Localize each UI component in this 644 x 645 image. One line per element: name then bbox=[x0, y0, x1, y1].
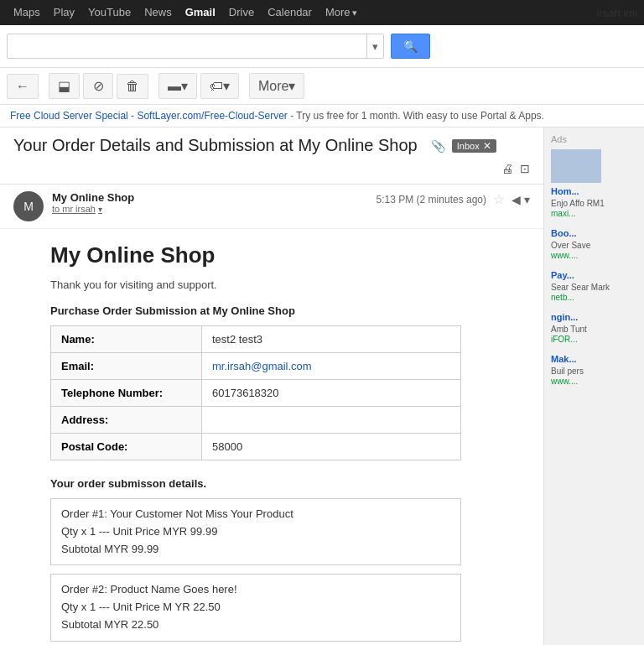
delete-button[interactable]: 🗑 bbox=[117, 74, 148, 99]
ad-image-1 bbox=[551, 149, 601, 183]
sender-row: M My Online Shop to mr irsah ▾ 5:13 PM (… bbox=[0, 185, 543, 229]
ad-desc-2: Over Save bbox=[551, 240, 637, 251]
table-label-postal: Postal Code: bbox=[51, 434, 202, 460]
search-dropdown[interactable]: ▾ bbox=[366, 34, 383, 58]
sender-to[interactable]: to mr irsah ▾ bbox=[52, 204, 377, 214]
ad-item-3: Pay... Sear Sear Mark netb... bbox=[551, 270, 637, 302]
close-inbox-badge[interactable]: ✕ bbox=[483, 140, 491, 152]
label-icon: 🏷 bbox=[210, 79, 223, 94]
table-value-postal: 58000 bbox=[202, 434, 461, 460]
ad-banner-text: - Try us free for 1 month. With easy to … bbox=[288, 110, 544, 122]
sender-name: My Online Shop bbox=[52, 191, 377, 204]
email-time: 5:13 PM (2 minutes ago) bbox=[377, 194, 486, 205]
table-row: Email: mr.irsah@gmail.com bbox=[51, 353, 461, 380]
order-1-line1: Order #1: Your Customer Not Miss Your Pr… bbox=[61, 506, 450, 523]
chevron-down-icon[interactable]: ▾ bbox=[98, 205, 102, 214]
ad-title-5[interactable]: Mak... bbox=[551, 354, 637, 364]
ad-item-5: Mak... Buil pers www.... bbox=[551, 354, 637, 386]
table-value-address bbox=[202, 407, 461, 434]
order-table: Name: test2 test3 Email: mr.irsah@gmail.… bbox=[50, 325, 461, 460]
report-spam-button[interactable]: ⊘ bbox=[83, 73, 113, 99]
ad-title-1[interactable]: Hom... bbox=[551, 186, 637, 196]
inbox-badge-label: Inbox bbox=[457, 141, 480, 151]
sender-to-text: to mr irsah bbox=[52, 204, 96, 214]
back-icon: ← bbox=[16, 79, 29, 94]
ad-url-4: iFOR... bbox=[551, 335, 637, 344]
ad-title-3[interactable]: Pay... bbox=[551, 270, 637, 280]
attachment-icon: 📎 bbox=[431, 139, 445, 153]
more-actions-icon[interactable]: ▾ bbox=[524, 193, 530, 206]
nav-drive[interactable]: Drive bbox=[222, 0, 261, 25]
user-info: irsah imi bbox=[597, 7, 637, 19]
nav-play[interactable]: Play bbox=[47, 0, 81, 25]
sender-avatar: M bbox=[13, 191, 44, 221]
folder-icon: ▬ bbox=[168, 79, 181, 94]
ad-desc-1: Enjo Affo RM1 bbox=[551, 198, 637, 209]
ad-desc-4: Amb Tunt bbox=[551, 324, 637, 335]
nav-youtube[interactable]: YouTube bbox=[81, 0, 138, 25]
order-section-title: Purchase Order Submission at My Online S… bbox=[50, 304, 530, 317]
avatar-letter: M bbox=[23, 200, 34, 213]
order-1-line3: Subtotal MYR 99.99 bbox=[61, 541, 450, 559]
chevron-down-icon: ▾ bbox=[352, 0, 357, 25]
search-button[interactable]: 🔍 bbox=[391, 34, 430, 59]
order-item-1: Order #1: Your Customer Not Miss Your Pr… bbox=[50, 498, 461, 565]
toolbar: ← ⬓ ⊘ 🗑 ▬ ▾ 🏷 ▾ More ▾ bbox=[0, 68, 644, 105]
table-row: Telephone Number: 60173618320 bbox=[51, 380, 461, 407]
ad-desc-3: Sear Sear Mark bbox=[551, 282, 637, 293]
archive-icon: ⬓ bbox=[58, 78, 70, 94]
email-body: My Online Shop Thank you for visiting an… bbox=[0, 229, 543, 645]
email-address-link[interactable]: mr.irsah@gmail.com bbox=[212, 360, 312, 372]
sender-time-row: 5:13 PM (2 minutes ago) ☆ ◀ ▾ bbox=[377, 191, 530, 207]
email-subject-title: Your Order Details and Submission at My … bbox=[13, 136, 418, 155]
ad-item-2: Boo... Over Save www.... bbox=[551, 228, 637, 260]
star-icon[interactable]: ☆ bbox=[493, 191, 505, 207]
chevron-down-icon: ▾ bbox=[181, 78, 188, 94]
email-main: Your Order Details and Submission at My … bbox=[0, 127, 543, 645]
order-2-line1: Order #2: Product Name Goes here! bbox=[61, 581, 450, 599]
order-1-line2: Qty x 1 --- Unit Price MYR 99.99 bbox=[61, 523, 450, 541]
ad-url-1: maxi... bbox=[551, 209, 637, 218]
table-value-name: test2 test3 bbox=[202, 326, 461, 353]
table-label-name: Name: bbox=[51, 326, 202, 353]
labels-button[interactable]: 🏷 ▾ bbox=[200, 73, 239, 99]
search-icon: 🔍 bbox=[403, 39, 418, 53]
nav-more[interactable]: More ▾ bbox=[319, 0, 364, 25]
more-label: More bbox=[258, 79, 288, 94]
inbox-badge: Inbox ✕ bbox=[452, 139, 496, 153]
nav-maps[interactable]: Maps bbox=[7, 0, 47, 25]
print-icon[interactable]: 🖨 bbox=[501, 162, 513, 175]
move-to-button[interactable]: ▬ ▾ bbox=[158, 73, 197, 99]
order-item-2: Order #2: Product Name Goes here! Qty x … bbox=[50, 574, 461, 641]
table-row: Name: test2 test3 bbox=[51, 326, 461, 353]
table-value-phone: 60173618320 bbox=[202, 380, 461, 407]
chevron-down-icon: ▾ bbox=[288, 78, 295, 94]
new-window-icon[interactable]: ⊡ bbox=[520, 162, 530, 175]
table-label-address: Address: bbox=[51, 407, 202, 434]
ad-url-2: www.... bbox=[551, 251, 637, 260]
thank-you-text: Thank you for visiting and support. bbox=[50, 278, 530, 291]
ads-sidebar: Ads Hom... Enjo Affo RM1 maxi... Boo... … bbox=[543, 127, 644, 645]
nav-news[interactable]: News bbox=[138, 0, 179, 25]
nav-calendar[interactable]: Calendar bbox=[261, 0, 319, 25]
table-value-email: mr.irsah@gmail.com bbox=[202, 353, 461, 380]
table-row: Address: bbox=[51, 407, 461, 434]
search-bar-area: ▾ 🔍 bbox=[0, 25, 644, 68]
order-2-line2: Qty x 1 --- Unit Price M YR 22.50 bbox=[61, 599, 450, 616]
ad-item-4: ngin... Amb Tunt iFOR... bbox=[551, 312, 637, 344]
chevron-down-icon: ▾ bbox=[223, 78, 230, 94]
nav-gmail[interactable]: Gmail bbox=[179, 0, 222, 25]
table-label-phone: Telephone Number: bbox=[51, 380, 202, 407]
reply-icon[interactable]: ◀ bbox=[512, 193, 521, 206]
trash-icon: 🗑 bbox=[126, 79, 139, 94]
ad-title-2[interactable]: Boo... bbox=[551, 228, 637, 238]
archive-button[interactable]: ⬓ bbox=[49, 73, 80, 99]
email-subject-bar: Your Order Details and Submission at My … bbox=[0, 127, 543, 185]
order-details-title: Your order submisson details. bbox=[50, 477, 530, 490]
search-input[interactable] bbox=[8, 34, 366, 58]
search-wrapper: ▾ bbox=[7, 34, 384, 59]
ad-banner-link[interactable]: Free Cloud Server Special - SoftLayer.co… bbox=[10, 110, 288, 122]
ad-title-4[interactable]: ngin... bbox=[551, 312, 637, 322]
more-button[interactable]: More ▾ bbox=[249, 73, 304, 99]
back-button[interactable]: ← bbox=[7, 74, 39, 99]
